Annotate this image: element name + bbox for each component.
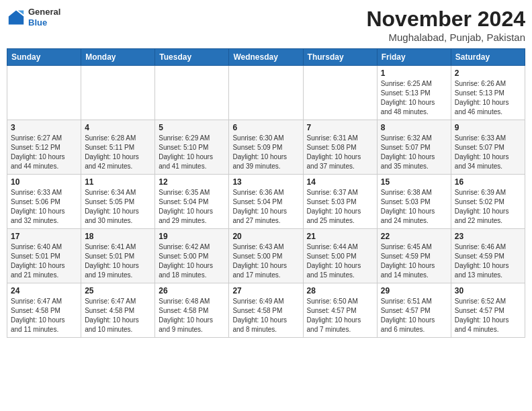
day-info: Sunrise: 6:33 AM Sunset: 5:07 PM Dayligh… xyxy=(455,134,521,171)
day-info: Sunrise: 6:30 AM Sunset: 5:09 PM Dayligh… xyxy=(232,134,299,171)
logo-icon xyxy=(7,8,26,27)
calendar-cell: 5Sunrise: 6:29 AM Sunset: 5:10 PM Daylig… xyxy=(155,120,229,175)
calendar-cell: 12Sunrise: 6:35 AM Sunset: 5:04 PM Dayli… xyxy=(155,175,229,229)
day-info: Sunrise: 6:27 AM Sunset: 5:12 PM Dayligh… xyxy=(11,134,77,171)
calendar-cell: 14Sunrise: 6:37 AM Sunset: 5:03 PM Dayli… xyxy=(303,175,377,229)
day-info: Sunrise: 6:26 AM Sunset: 5:13 PM Dayligh… xyxy=(455,79,521,117)
day-info: Sunrise: 6:41 AM Sunset: 5:01 PM Dayligh… xyxy=(85,242,151,280)
day-number: 19 xyxy=(159,232,225,241)
day-info: Sunrise: 6:44 AM Sunset: 5:00 PM Dayligh… xyxy=(307,242,373,280)
day-number: 12 xyxy=(159,177,225,187)
calendar-header-row: SundayMondayTuesdayWednesdayThursdayFrid… xyxy=(7,49,525,66)
week-row-1: 1Sunrise: 6:25 AM Sunset: 5:13 PM Daylig… xyxy=(7,66,525,120)
day-number: 13 xyxy=(232,177,299,187)
calendar-cell: 18Sunrise: 6:41 AM Sunset: 5:01 PM Dayli… xyxy=(81,229,155,283)
day-number: 3 xyxy=(11,123,77,132)
day-number: 27 xyxy=(232,286,299,295)
calendar-cell: 6Sunrise: 6:30 AM Sunset: 5:09 PM Daylig… xyxy=(229,120,303,175)
week-row-5: 24Sunrise: 6:47 AM Sunset: 4:58 PM Dayli… xyxy=(7,283,525,338)
day-number: 9 xyxy=(455,123,521,132)
calendar-cell: 22Sunrise: 6:45 AM Sunset: 4:59 PM Dayli… xyxy=(377,229,451,283)
column-header-wednesday: Wednesday xyxy=(229,49,303,66)
calendar-cell: 7Sunrise: 6:31 AM Sunset: 5:08 PM Daylig… xyxy=(303,120,377,175)
calendar-cell xyxy=(303,66,377,120)
day-info: Sunrise: 6:25 AM Sunset: 5:13 PM Dayligh… xyxy=(381,79,447,117)
column-header-monday: Monday xyxy=(81,49,155,66)
calendar-cell: 19Sunrise: 6:42 AM Sunset: 5:00 PM Dayli… xyxy=(155,229,229,283)
column-header-thursday: Thursday xyxy=(303,49,377,66)
calendar-cell: 3Sunrise: 6:27 AM Sunset: 5:12 PM Daylig… xyxy=(7,120,81,175)
calendar-cell: 10Sunrise: 6:33 AM Sunset: 5:06 PM Dayli… xyxy=(7,175,81,229)
calendar-cell: 23Sunrise: 6:46 AM Sunset: 4:59 PM Dayli… xyxy=(451,229,525,283)
day-info: Sunrise: 6:31 AM Sunset: 5:08 PM Dayligh… xyxy=(307,134,373,171)
calendar-cell: 8Sunrise: 6:32 AM Sunset: 5:07 PM Daylig… xyxy=(377,120,451,175)
calendar-cell xyxy=(155,66,229,120)
logo-text: General Blue xyxy=(28,7,60,28)
calendar-cell xyxy=(229,66,303,120)
day-number: 18 xyxy=(85,232,151,241)
calendar-table: SundayMondayTuesdayWednesdayThursdayFrid… xyxy=(7,48,525,338)
day-number: 2 xyxy=(455,68,521,78)
calendar-cell: 24Sunrise: 6:47 AM Sunset: 4:58 PM Dayli… xyxy=(7,283,81,338)
day-info: Sunrise: 6:32 AM Sunset: 5:07 PM Dayligh… xyxy=(381,134,447,171)
calendar-cell: 13Sunrise: 6:36 AM Sunset: 5:04 PM Dayli… xyxy=(229,175,303,229)
calendar-cell: 11Sunrise: 6:34 AM Sunset: 5:05 PM Dayli… xyxy=(81,175,155,229)
column-header-saturday: Saturday xyxy=(451,49,525,66)
day-number: 14 xyxy=(307,177,373,187)
calendar-cell: 15Sunrise: 6:38 AM Sunset: 5:03 PM Dayli… xyxy=(377,175,451,229)
page-header: General Blue November 2024 Mughalabad, P… xyxy=(7,7,525,43)
logo: General Blue xyxy=(7,7,60,28)
calendar-cell: 2Sunrise: 6:26 AM Sunset: 5:13 PM Daylig… xyxy=(451,66,525,120)
day-info: Sunrise: 6:39 AM Sunset: 5:02 PM Dayligh… xyxy=(455,188,521,226)
day-number: 24 xyxy=(11,286,77,295)
day-number: 5 xyxy=(159,123,225,132)
day-info: Sunrise: 6:34 AM Sunset: 5:05 PM Dayligh… xyxy=(85,188,151,226)
day-info: Sunrise: 6:45 AM Sunset: 4:59 PM Dayligh… xyxy=(381,242,447,280)
column-header-tuesday: Tuesday xyxy=(155,49,229,66)
day-info: Sunrise: 6:43 AM Sunset: 5:00 PM Dayligh… xyxy=(232,242,299,280)
day-info: Sunrise: 6:35 AM Sunset: 5:04 PM Dayligh… xyxy=(159,188,225,226)
day-number: 15 xyxy=(381,177,447,187)
calendar-cell xyxy=(81,66,155,120)
day-info: Sunrise: 6:40 AM Sunset: 5:01 PM Dayligh… xyxy=(11,242,77,280)
calendar-cell: 27Sunrise: 6:49 AM Sunset: 4:58 PM Dayli… xyxy=(229,283,303,338)
calendar-cell xyxy=(7,66,81,120)
calendar-subtitle: Mughalabad, Punjab, Pakistan xyxy=(366,32,525,43)
day-info: Sunrise: 6:33 AM Sunset: 5:06 PM Dayligh… xyxy=(11,188,77,226)
calendar-title: November 2024 xyxy=(366,7,525,32)
calendar-cell: 25Sunrise: 6:47 AM Sunset: 4:58 PM Dayli… xyxy=(81,283,155,338)
day-number: 29 xyxy=(381,286,447,295)
day-number: 17 xyxy=(11,232,77,241)
day-number: 11 xyxy=(85,177,151,187)
day-info: Sunrise: 6:42 AM Sunset: 5:00 PM Dayligh… xyxy=(159,242,225,280)
day-info: Sunrise: 6:50 AM Sunset: 4:57 PM Dayligh… xyxy=(307,297,373,334)
column-header-friday: Friday xyxy=(377,49,451,66)
day-info: Sunrise: 6:48 AM Sunset: 4:58 PM Dayligh… xyxy=(159,297,225,334)
day-number: 21 xyxy=(307,232,373,241)
calendar-cell: 9Sunrise: 6:33 AM Sunset: 5:07 PM Daylig… xyxy=(451,120,525,175)
day-number: 1 xyxy=(381,68,447,78)
day-info: Sunrise: 6:37 AM Sunset: 5:03 PM Dayligh… xyxy=(307,188,373,226)
day-info: Sunrise: 6:46 AM Sunset: 4:59 PM Dayligh… xyxy=(455,242,521,280)
day-info: Sunrise: 6:51 AM Sunset: 4:57 PM Dayligh… xyxy=(381,297,447,334)
title-block: November 2024 Mughalabad, Punjab, Pakist… xyxy=(366,7,525,43)
day-number: 25 xyxy=(85,286,151,295)
day-number: 7 xyxy=(307,123,373,132)
calendar-cell: 26Sunrise: 6:48 AM Sunset: 4:58 PM Dayli… xyxy=(155,283,229,338)
day-info: Sunrise: 6:38 AM Sunset: 5:03 PM Dayligh… xyxy=(381,188,447,226)
day-number: 4 xyxy=(85,123,151,132)
calendar-cell: 16Sunrise: 6:39 AM Sunset: 5:02 PM Dayli… xyxy=(451,175,525,229)
day-number: 20 xyxy=(232,232,299,241)
day-number: 28 xyxy=(307,286,373,295)
week-row-4: 17Sunrise: 6:40 AM Sunset: 5:01 PM Dayli… xyxy=(7,229,525,283)
day-info: Sunrise: 6:47 AM Sunset: 4:58 PM Dayligh… xyxy=(85,297,151,334)
column-header-sunday: Sunday xyxy=(7,49,81,66)
day-info: Sunrise: 6:36 AM Sunset: 5:04 PM Dayligh… xyxy=(232,188,299,226)
day-number: 22 xyxy=(381,232,447,241)
week-row-2: 3Sunrise: 6:27 AM Sunset: 5:12 PM Daylig… xyxy=(7,120,525,175)
calendar-cell: 20Sunrise: 6:43 AM Sunset: 5:00 PM Dayli… xyxy=(229,229,303,283)
day-number: 23 xyxy=(455,232,521,241)
day-info: Sunrise: 6:29 AM Sunset: 5:10 PM Dayligh… xyxy=(159,134,225,171)
calendar-cell: 21Sunrise: 6:44 AM Sunset: 5:00 PM Dayli… xyxy=(303,229,377,283)
calendar-cell: 29Sunrise: 6:51 AM Sunset: 4:57 PM Dayli… xyxy=(377,283,451,338)
